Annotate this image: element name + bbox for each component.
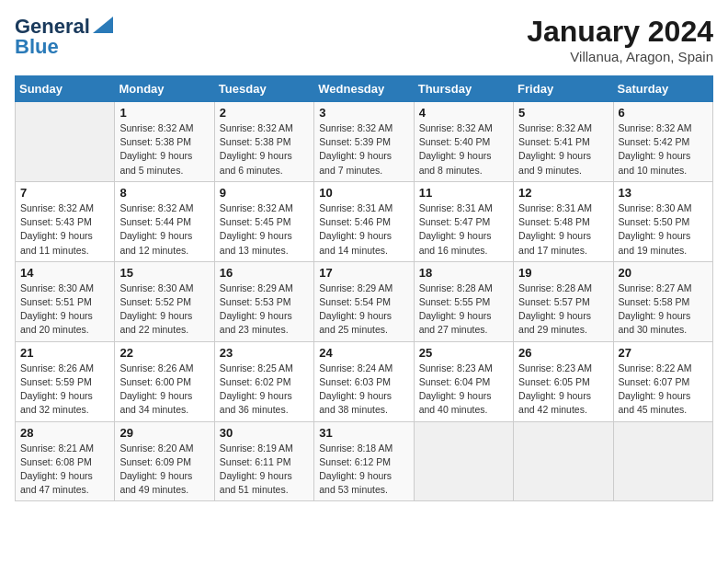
day-info: Sunrise: 8:32 AMSunset: 5:45 PMDaylight:… [220,201,309,258]
calendar-cell [414,421,513,501]
calendar-cell: 2Sunrise: 8:32 AMSunset: 5:38 PMDaylight… [214,102,313,182]
calendar-cell: 17Sunrise: 8:29 AMSunset: 5:54 PMDayligh… [314,261,414,341]
day-number: 12 [518,186,608,200]
calendar-cell: 20Sunrise: 8:27 AMSunset: 5:58 PMDayligh… [613,261,712,341]
day-info: Sunrise: 8:26 AMSunset: 6:00 PMDaylight:… [119,362,209,418]
calendar-cell: 27Sunrise: 8:22 AMSunset: 6:07 PMDayligh… [613,341,712,421]
day-number: 22 [119,346,209,360]
calendar-cell: 4Sunrise: 8:32 AMSunset: 5:40 PMDaylight… [414,102,513,182]
day-number: 28 [20,426,109,440]
day-number: 30 [220,426,309,440]
day-info: Sunrise: 8:30 AMSunset: 5:52 PMDaylight:… [119,282,209,338]
day-number: 15 [119,266,209,280]
day-info: Sunrise: 8:21 AMSunset: 6:08 PMDaylight:… [20,442,109,498]
calendar-cell: 5Sunrise: 8:32 AMSunset: 5:41 PMDaylight… [514,102,613,182]
day-number: 14 [20,266,109,280]
calendar-cell: 8Sunrise: 8:32 AMSunset: 5:44 PMDaylight… [115,181,214,261]
day-number: 19 [518,266,608,280]
day-number: 16 [220,266,309,280]
calendar-cell: 9Sunrise: 8:32 AMSunset: 5:45 PMDaylight… [214,181,313,261]
day-number: 11 [419,186,508,200]
day-number: 3 [319,106,408,120]
day-info: Sunrise: 8:26 AMSunset: 5:59 PMDaylight:… [20,362,109,418]
day-number: 18 [419,266,508,280]
calendar-cell: 31Sunrise: 8:18 AMSunset: 6:12 PMDayligh… [314,421,414,501]
weekday-header: Monday [115,76,214,102]
day-number: 9 [220,186,309,200]
day-number: 6 [619,106,708,120]
svg-marker-0 [93,17,113,33]
calendar-cell [16,102,115,182]
location-subtitle: Villanua, Aragon, Spain [527,49,713,64]
calendar-cell: 3Sunrise: 8:32 AMSunset: 5:39 PMDaylight… [314,102,414,182]
day-number: 26 [518,346,608,360]
calendar-cell: 13Sunrise: 8:30 AMSunset: 5:50 PMDayligh… [613,181,712,261]
day-info: Sunrise: 8:30 AMSunset: 5:51 PMDaylight:… [20,282,109,338]
calendar-cell: 12Sunrise: 8:31 AMSunset: 5:48 PMDayligh… [514,181,613,261]
day-number: 7 [20,186,109,200]
page-header: General Blue January 2024 Villanua, Arag… [15,15,713,64]
calendar-cell: 7Sunrise: 8:32 AMSunset: 5:43 PMDaylight… [16,181,115,261]
weekday-header: Tuesday [214,76,313,102]
calendar-cell: 18Sunrise: 8:28 AMSunset: 5:55 PMDayligh… [414,261,513,341]
calendar-cell: 30Sunrise: 8:19 AMSunset: 6:11 PMDayligh… [214,421,313,501]
logo-icon [93,17,113,33]
calendar-cell: 29Sunrise: 8:20 AMSunset: 6:09 PMDayligh… [115,421,214,501]
day-info: Sunrise: 8:32 AMSunset: 5:41 PMDaylight:… [518,121,608,178]
day-info: Sunrise: 8:27 AMSunset: 5:58 PMDaylight:… [619,282,708,338]
day-number: 13 [619,186,708,200]
calendar-cell: 11Sunrise: 8:31 AMSunset: 5:47 PMDayligh… [414,181,513,261]
day-info: Sunrise: 8:22 AMSunset: 6:07 PMDaylight:… [619,362,708,418]
day-number: 4 [419,106,508,120]
calendar-cell: 26Sunrise: 8:23 AMSunset: 6:05 PMDayligh… [514,341,613,421]
calendar-cell: 16Sunrise: 8:29 AMSunset: 5:53 PMDayligh… [214,261,313,341]
day-info: Sunrise: 8:28 AMSunset: 5:55 PMDaylight:… [419,282,508,338]
calendar-header: SundayMondayTuesdayWednesdayThursdayFrid… [16,76,713,102]
day-info: Sunrise: 8:32 AMSunset: 5:42 PMDaylight:… [619,121,708,178]
day-info: Sunrise: 8:32 AMSunset: 5:38 PMDaylight:… [220,121,309,178]
day-info: Sunrise: 8:19 AMSunset: 6:11 PMDaylight:… [220,442,309,498]
day-info: Sunrise: 8:23 AMSunset: 6:04 PMDaylight:… [419,362,508,418]
day-info: Sunrise: 8:32 AMSunset: 5:40 PMDaylight:… [419,121,508,178]
title-block: January 2024 Villanua, Aragon, Spain [527,15,713,64]
weekday-header: Saturday [613,76,712,102]
day-info: Sunrise: 8:18 AMSunset: 6:12 PMDaylight:… [319,442,408,498]
calendar-cell: 21Sunrise: 8:26 AMSunset: 5:59 PMDayligh… [16,341,115,421]
day-number: 20 [619,266,708,280]
calendar-cell: 15Sunrise: 8:30 AMSunset: 5:52 PMDayligh… [115,261,214,341]
calendar-cell: 10Sunrise: 8:31 AMSunset: 5:46 PMDayligh… [314,181,414,261]
calendar-cell [514,421,613,501]
calendar-cell [613,421,712,501]
calendar-cell: 1Sunrise: 8:32 AMSunset: 5:38 PMDaylight… [115,102,214,182]
day-number: 29 [119,426,209,440]
day-info: Sunrise: 8:32 AMSunset: 5:43 PMDaylight:… [20,201,109,258]
day-info: Sunrise: 8:30 AMSunset: 5:50 PMDaylight:… [619,201,708,258]
month-title: January 2024 [527,15,713,49]
calendar-week-row: 1Sunrise: 8:32 AMSunset: 5:38 PMDaylight… [16,102,713,182]
day-info: Sunrise: 8:28 AMSunset: 5:57 PMDaylight:… [518,282,608,338]
weekday-header: Friday [514,76,613,102]
calendar-week-row: 14Sunrise: 8:30 AMSunset: 5:51 PMDayligh… [16,261,713,341]
calendar-table: SundayMondayTuesdayWednesdayThursdayFrid… [15,75,713,501]
day-info: Sunrise: 8:25 AMSunset: 6:02 PMDaylight:… [220,362,309,418]
calendar-cell: 19Sunrise: 8:28 AMSunset: 5:57 PMDayligh… [514,261,613,341]
calendar-cell: 14Sunrise: 8:30 AMSunset: 5:51 PMDayligh… [16,261,115,341]
calendar-week-row: 28Sunrise: 8:21 AMSunset: 6:08 PMDayligh… [16,421,713,501]
weekday-header-row: SundayMondayTuesdayWednesdayThursdayFrid… [16,76,713,102]
calendar-cell: 6Sunrise: 8:32 AMSunset: 5:42 PMDaylight… [613,102,712,182]
day-number: 1 [119,106,209,120]
day-info: Sunrise: 8:24 AMSunset: 6:03 PMDaylight:… [319,362,408,418]
day-info: Sunrise: 8:23 AMSunset: 6:05 PMDaylight:… [518,362,608,418]
calendar-cell: 25Sunrise: 8:23 AMSunset: 6:04 PMDayligh… [414,341,513,421]
day-number: 8 [119,186,209,200]
day-info: Sunrise: 8:32 AMSunset: 5:39 PMDaylight:… [319,121,408,178]
day-info: Sunrise: 8:31 AMSunset: 5:48 PMDaylight:… [518,201,608,258]
day-info: Sunrise: 8:29 AMSunset: 5:53 PMDaylight:… [220,282,309,338]
day-number: 5 [518,106,608,120]
calendar-cell: 24Sunrise: 8:24 AMSunset: 6:03 PMDayligh… [314,341,414,421]
weekday-header: Sunday [16,76,115,102]
day-info: Sunrise: 8:32 AMSunset: 5:38 PMDaylight:… [119,121,209,178]
logo: General Blue [15,15,113,59]
day-info: Sunrise: 8:31 AMSunset: 5:47 PMDaylight:… [419,201,508,258]
day-number: 21 [20,346,109,360]
